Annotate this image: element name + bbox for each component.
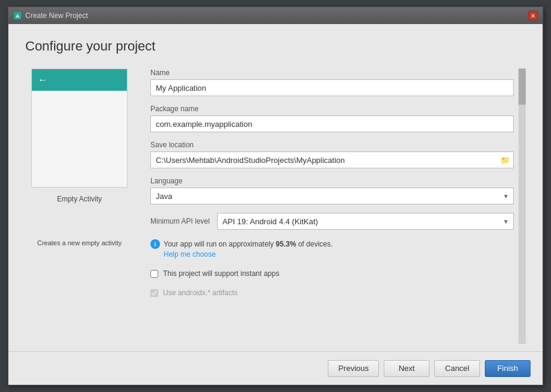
androidx-label: Use androidx.* artifacts (163, 289, 238, 297)
package-label: Package name (150, 105, 514, 113)
title-bar: A Create New Project ✕ (8, 7, 543, 24)
save-location-label: Save location (150, 141, 514, 149)
help-me-choose-link[interactable]: Help me choose (164, 250, 514, 259)
min-api-label: Minimum API level (150, 217, 210, 225)
cancel-button[interactable]: Cancel (434, 360, 480, 377)
activity-preview: ← (31, 69, 128, 188)
language-select[interactable]: Java Kotlin (150, 188, 514, 204)
save-location-field-group: Save location 📁 (150, 141, 514, 168)
content-area: Configure your project ← Empty Activity … (8, 24, 543, 344)
left-panel: ← Empty Activity Creates a new empty act… (25, 69, 134, 344)
package-input[interactable] (150, 115, 514, 132)
creates-label: Creates a new empty activity (37, 239, 122, 247)
preview-body (32, 91, 127, 187)
min-api-select-wrap: API 16: Android 4.1 (Jelly Bean) API 17:… (217, 213, 514, 230)
save-location-input[interactable] (150, 152, 514, 168)
language-field-group: Language Java Kotlin ▼ (150, 177, 514, 204)
scrollbar-thumb (519, 69, 526, 105)
language-select-wrap: Java Kotlin ▼ (150, 188, 514, 204)
dialog-window: A Create New Project ✕ Configure your pr… (8, 7, 543, 385)
package-field-group: Package name (150, 105, 514, 132)
info-section: i Your app will run on approximately 95.… (150, 238, 514, 259)
main-area: ← Empty Activity Creates a new empty act… (25, 69, 514, 344)
footer: Previous Next Cancel Finish (8, 351, 543, 385)
info-icon: i (150, 239, 160, 249)
percentage-text: 95.3% (276, 240, 296, 248)
preview-header: ← (32, 69, 127, 91)
scrollbar[interactable] (519, 69, 526, 344)
name-label: Name (150, 69, 514, 77)
androidx-row: Use androidx.* artifacts (150, 289, 514, 297)
language-label: Language (150, 177, 514, 185)
close-button[interactable]: ✕ (528, 11, 538, 20)
min-api-select[interactable]: API 16: Android 4.1 (Jelly Bean) API 17:… (217, 213, 514, 230)
svg-text:A: A (16, 13, 20, 19)
info-row: i Your app will run on approximately 95.… (150, 239, 514, 249)
instant-apps-checkbox[interactable] (150, 270, 158, 278)
min-api-row: Minimum API level API 16: Android 4.1 (J… (150, 213, 514, 230)
name-field-group: Name (150, 69, 514, 96)
window-title: Create New Project (25, 11, 525, 20)
instant-apps-label: This project will support instant apps (163, 269, 279, 278)
androidx-checkbox[interactable] (150, 289, 158, 297)
finish-button[interactable]: Finish (485, 360, 531, 377)
back-arrow-icon: ← (38, 75, 48, 85)
name-input[interactable] (150, 79, 514, 96)
instant-apps-row: This project will support instant apps (150, 269, 514, 278)
main-row: ← Empty Activity Creates a new empty act… (25, 69, 526, 344)
window-icon: A (13, 11, 22, 20)
previous-button[interactable]: Previous (328, 360, 379, 377)
info-text: Your app will run on approximately 95.3%… (164, 240, 333, 248)
save-location-wrap: 📁 (150, 152, 514, 168)
page-title: Configure your project (25, 38, 526, 54)
right-panel: Name Package name Save location 📁 (150, 69, 514, 344)
activity-label: Empty Activity (57, 195, 102, 203)
next-button[interactable]: Next (384, 360, 429, 377)
